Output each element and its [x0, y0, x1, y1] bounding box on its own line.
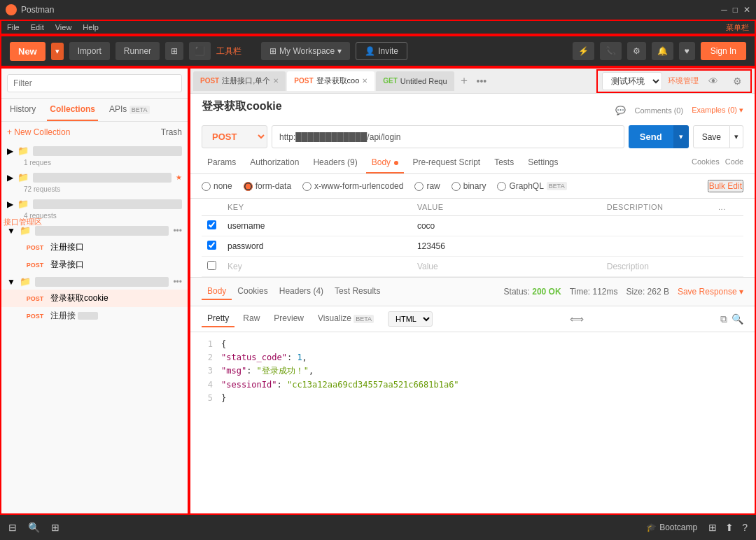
body-radio-none[interactable] — [202, 182, 211, 191]
grid-bottom-icon[interactable]: ⊞ — [708, 522, 717, 533]
env-settings-button[interactable]: ⚙ — [728, 72, 746, 90]
req-tab-headers[interactable]: Headers (9) — [307, 152, 363, 173]
minimize-icon[interactable]: ─ — [721, 5, 727, 15]
invite-button[interactable]: 👤 Invite — [356, 42, 407, 60]
import-button[interactable]: Import — [69, 42, 110, 60]
toolbar-icon-extra[interactable]: ⬛ — [189, 42, 211, 60]
list-item[interactable]: ▶ 📁 ████████ — [1, 196, 188, 212]
more-icon[interactable]: ••• — [173, 277, 182, 287]
sidebar-tab-collections[interactable]: Collections — [47, 99, 98, 121]
menu-edit[interactable]: Edit — [31, 23, 44, 31]
sidebar-tab-apis[interactable]: APIs BETA — [106, 99, 153, 121]
list-item[interactable]: POST 登录获取cookie — [1, 290, 188, 307]
send-dropdown-button[interactable]: ▾ — [673, 125, 689, 148]
tab-post-login-cookie[interactable]: POST 登录获取coo ✕ — [287, 71, 374, 91]
add-tab-button[interactable]: ＋ — [456, 73, 472, 88]
sign-in-button[interactable]: Sign In — [701, 42, 746, 60]
send-button[interactable]: Send — [629, 125, 673, 148]
share-bottom-icon[interactable]: ⬆ — [725, 522, 734, 533]
resp-view-visualize[interactable]: Visualize BETA — [312, 311, 379, 327]
menu-help[interactable]: Help — [83, 23, 99, 31]
workspace-button[interactable]: ⊞ My Workspace ▾ — [261, 42, 350, 60]
format-select[interactable]: HTML — [388, 311, 433, 327]
resp-tab-cookies[interactable]: Cookies — [232, 283, 273, 300]
trash-button[interactable]: Trash — [161, 127, 182, 137]
resp-view-preview[interactable]: Preview — [268, 311, 309, 327]
wrap-icon-button[interactable]: ⟺ — [570, 313, 584, 325]
list-item[interactable]: ▼ 📁 ████████ ••• — [1, 273, 188, 290]
param-value-placeholder[interactable]: Value — [412, 257, 601, 277]
more-tabs-button[interactable]: ••• — [474, 76, 490, 87]
param-key[interactable]: username — [222, 216, 412, 236]
body-option-graphql[interactable]: GraphQL BETA — [497, 181, 566, 191]
save-dropdown-button[interactable]: ▾ — [730, 125, 743, 148]
menu-view[interactable]: View — [55, 23, 72, 31]
eye-button[interactable]: 👁 — [704, 72, 722, 90]
req-tab-params[interactable]: Params — [202, 152, 241, 173]
req-tab-pre-request[interactable]: Pre-request Script — [407, 152, 486, 173]
settings-button[interactable]: ⚙ — [627, 42, 646, 60]
menu-file[interactable]: File — [7, 23, 20, 31]
param-checkbox[interactable] — [207, 261, 216, 270]
env-dropdown[interactable]: 测试环境 — [602, 72, 662, 90]
param-checkbox[interactable] — [207, 241, 216, 250]
req-tab-authorization[interactable]: Authorization — [244, 152, 304, 173]
close-icon[interactable]: ✕ — [743, 5, 750, 15]
maximize-icon[interactable]: □ — [733, 5, 738, 15]
sidebar-tab-history[interactable]: History — [7, 99, 38, 121]
runner-button[interactable]: Runner — [115, 42, 160, 60]
body-radio-form-data[interactable] — [244, 182, 253, 191]
new-button[interactable]: New — [10, 42, 46, 61]
body-option-raw[interactable]: raw — [414, 181, 440, 191]
lightning-button[interactable]: ⚡ — [573, 42, 594, 60]
resp-view-pretty[interactable]: Pretty — [202, 311, 234, 327]
bulk-edit-button[interactable]: Bulk Edit — [708, 180, 743, 192]
method-select[interactable]: POST GET PUT DELETE — [202, 125, 267, 148]
resp-tab-test-results[interactable]: Test Results — [329, 283, 386, 300]
list-item[interactable]: POST 登录接口 — [1, 256, 188, 273]
body-radio-graphql[interactable] — [497, 182, 506, 191]
body-option-urlencoded[interactable]: x-www-form-urlencoded — [302, 181, 403, 191]
examples-link[interactable]: Examples (0) ▾ — [692, 106, 743, 115]
terminal-icon[interactable]: ⊟ — [8, 522, 17, 533]
bell-button[interactable]: 🔔 — [652, 42, 673, 60]
param-key-placeholder[interactable]: Key — [222, 257, 412, 277]
tab-close-icon[interactable]: ✕ — [273, 77, 279, 85]
tab-get-untitled[interactable]: GET Untitled Requ — [376, 71, 454, 91]
new-dropdown-button[interactable]: ▾ — [51, 43, 64, 60]
layout-button[interactable]: ⊞ — [165, 42, 183, 60]
heart-button[interactable]: ♥ — [679, 42, 695, 60]
list-item[interactable]: ▶ 📁 ████████ — [1, 143, 188, 159]
req-tab-settings[interactable]: Settings — [522, 152, 564, 173]
layout-bottom-icon[interactable]: ⊞ — [51, 522, 59, 533]
search-button[interactable]: 🔍 — [732, 313, 743, 325]
cookies-link[interactable]: Cookies — [692, 152, 720, 173]
list-item[interactable]: POST 注册接 ████ — [1, 307, 188, 325]
new-collection-button[interactable]: + New Collection — [7, 127, 70, 137]
help-bottom-icon[interactable]: ? — [742, 522, 748, 533]
req-tab-body[interactable]: Body — [366, 152, 405, 173]
tab-post-register[interactable]: POST 注册接口,单个 ✕ — [193, 71, 286, 91]
copy-button[interactable]: ⧉ — [720, 313, 727, 325]
param-checkbox[interactable] — [207, 220, 216, 229]
more-icon[interactable]: ••• — [173, 226, 182, 236]
tab-close-icon[interactable]: ✕ — [362, 77, 368, 85]
resp-tab-body[interactable]: Body — [202, 283, 232, 300]
body-option-binary[interactable]: binary — [451, 181, 486, 191]
param-key[interactable]: password — [222, 236, 412, 257]
comments-link[interactable]: Comments (0) — [634, 106, 683, 115]
resp-view-raw[interactable]: Raw — [237, 311, 265, 327]
param-desc[interactable] — [601, 216, 713, 236]
save-response-button[interactable]: Save Response ▾ — [678, 287, 743, 297]
param-desc-placeholder[interactable]: Description — [601, 257, 713, 277]
param-value[interactable]: 123456 — [412, 236, 601, 257]
param-desc[interactable] — [601, 236, 713, 257]
search-bottom-icon[interactable]: 🔍 — [28, 522, 40, 533]
body-radio-raw[interactable] — [414, 182, 424, 191]
list-item[interactable]: POST 注册接口 — [1, 239, 188, 256]
param-value[interactable]: coco — [412, 216, 601, 236]
list-item[interactable]: ▶ 📁 ████████ ★ — [1, 169, 188, 185]
body-radio-urlencoded[interactable] — [302, 182, 312, 191]
resp-tab-headers[interactable]: Headers (4) — [274, 283, 329, 300]
body-radio-binary[interactable] — [451, 182, 461, 191]
